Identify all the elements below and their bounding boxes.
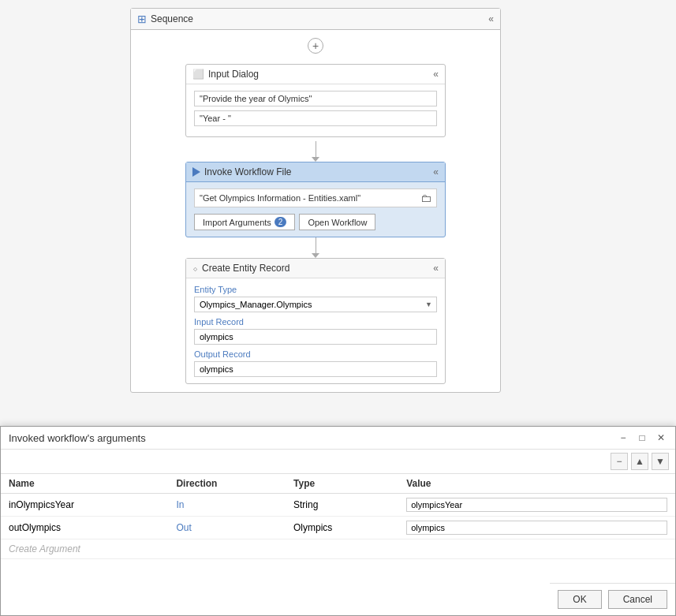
create-entity-title: Create Entity Record [202,263,289,274]
row2-value-input[interactable] [406,521,667,535]
entity-type-label: Entity Type [194,285,437,294]
col-direction-header: Direction [168,474,286,494]
output-record-label: Output Record [194,349,437,359]
input-dialog-body: "Provide the year of Olymics" "Year - " [186,84,445,136]
row1-value-input[interactable] [406,498,667,512]
import-arguments-button[interactable]: Import Arguments 2 [194,214,295,230]
invoke-buttons: Import Arguments 2 Open Workflow [194,214,437,230]
row1-type: String [286,494,398,517]
invoke-icon [192,167,200,177]
create-argument-placeholder[interactable]: Create Argument [1,539,675,559]
create-entity-block: ⬦ Create Entity Record « Entity Type Oly… [185,258,446,384]
invoke-workflow-body: "Get Olympics Information - Entities.xam… [186,182,445,237]
row2-name: outOlympics [1,517,168,539]
table-header-row: Name Direction Type Value [1,474,675,494]
col-value-header: Value [398,474,675,494]
table-row: outOlympics Out Olympics [1,517,675,539]
input-dialog-block: ⬜ Input Dialog « "Provide the year of Ol… [185,64,446,137]
output-record-field[interactable] [194,361,437,377]
entity-type-wrapper: Olympics_Manager.Olympics [194,297,437,312]
row2-value-cell[interactable] [398,517,675,539]
dialog-toolbar: − ▲ ▼ [1,450,675,474]
invoke-file-path: "Get Olympics Information - Entities.xam… [200,193,416,203]
sequence-body: + ⬜ Input Dialog « "Provide the year of … [131,30,500,392]
input-dialog-field2: "Year - " [194,110,437,126]
dialog-title: Invoked workflow's arguments [9,432,146,444]
toolbar-up-button[interactable]: ▲ [631,453,648,470]
input-record-label: Input Record [194,317,437,327]
input-dialog-title: Input Dialog [208,69,259,80]
row1-value-cell[interactable] [398,494,675,517]
invoke-workflow-header: Invoke Workflow File « [186,162,445,182]
sequence-block: ⊞ Sequence « + ⬜ Input Dialog « [130,8,501,393]
create-entity-body: Entity Type Olympics_Manager.Olympics In… [186,278,445,383]
input-dialog-icon: ⬜ [192,69,204,80]
create-entity-header: ⬦ Create Entity Record « [186,259,445,278]
row2-type: Olympics [286,517,398,539]
create-argument-row[interactable]: Create Argument [1,539,675,559]
row1-name: inOlympicsYear [1,494,168,517]
cancel-button[interactable]: Cancel [608,590,667,609]
import-arguments-badge: 2 [275,217,287,227]
invoke-workflow-title: Invoke Workflow File [204,166,291,177]
create-entity-icon: ⬦ [192,263,198,274]
toolbar-minus-button[interactable]: − [611,453,628,470]
dialog-window-controls: − □ ✕ [617,431,667,444]
col-type-header: Type [286,474,398,494]
create-entity-collapse-icon[interactable]: « [433,263,439,274]
sequence-header: ⊞ Sequence « [131,9,500,30]
input-dialog-field1: "Provide the year of Olymics" [194,91,437,106]
row2-direction: Out [168,517,286,539]
row1-direction: In [168,494,286,517]
arguments-table: Name Direction Type Value inOlympicsYear… [1,474,675,559]
dialog-minimize-button[interactable]: − [617,431,629,444]
col-name-header: Name [1,474,168,494]
import-arguments-label: Import Arguments [203,218,271,227]
dialog-footer: OK Cancel [550,583,675,615]
connector-2 [316,237,316,253]
dialog-close-button[interactable]: ✕ [655,431,667,444]
dialog-maximize-button[interactable]: □ [636,431,648,444]
table-row: inOlympicsYear In String [1,494,675,517]
toolbar-down-button[interactable]: ▼ [652,453,669,470]
input-dialog-header: ⬜ Input Dialog « [186,65,445,84]
sequence-container: ⊞ Sequence « + ⬜ Input Dialog « [130,8,501,393]
open-workflow-button[interactable]: Open Workflow [299,214,375,230]
dialog-titlebar: Invoked workflow's arguments − □ ✕ [1,427,675,450]
ok-button[interactable]: OK [558,590,601,609]
invoke-file-row: "Get Olympics Information - Entities.xam… [194,189,437,207]
invoke-workflow-collapse-icon[interactable]: « [433,166,439,177]
invoked-workflow-dialog: Invoked workflow's arguments − □ ✕ − ▲ ▼… [0,426,676,616]
input-dialog-collapse-icon[interactable]: « [433,69,439,80]
entity-type-select[interactable]: Olympics_Manager.Olympics [194,297,437,312]
input-record-field[interactable] [194,329,437,345]
sequence-collapse-icon[interactable]: « [488,13,494,24]
browse-folder-icon[interactable]: 🗀 [420,192,431,204]
add-activity-button[interactable]: + [308,38,323,54]
sequence-title: Sequence [151,13,193,24]
invoke-workflow-block: Invoke Workflow File « "Get Olympics Inf… [185,162,446,237]
workflow-canvas: ⊞ Sequence « + ⬜ Input Dialog « [0,0,676,426]
sequence-icon: ⊞ [137,13,147,25]
open-workflow-label: Open Workflow [308,218,367,227]
connector-1 [316,141,316,157]
